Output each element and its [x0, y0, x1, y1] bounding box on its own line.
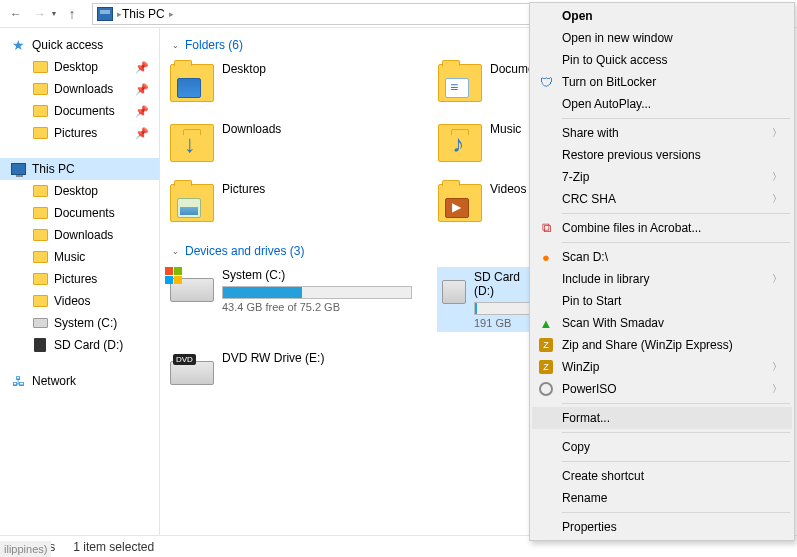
sidebar-qa-pictures[interactable]: Pictures📌 [0, 122, 159, 144]
sidebar-label: Documents [54, 104, 115, 118]
ctx-include-library[interactable]: Include in library〉 [532, 268, 792, 290]
drive-free-text: 191 GB [474, 317, 534, 329]
item-label: Pictures [222, 182, 265, 196]
drive-large-icon [442, 280, 466, 304]
folder-large-icon [438, 184, 482, 222]
item-label: SD Card (D:) [474, 270, 534, 298]
folder-icon [33, 185, 48, 197]
ctx-label: CRC SHA [562, 192, 616, 206]
folder-item-downloads[interactable]: Downloads [170, 122, 420, 162]
sidebar-qa-desktop[interactable]: Desktop📌 [0, 56, 159, 78]
ctx-open[interactable]: Open [532, 5, 792, 27]
forward-button[interactable]: → [28, 2, 52, 26]
ctx-label: Copy [562, 440, 590, 454]
ctx-copy[interactable]: Copy [532, 436, 792, 458]
poweriso-icon [538, 382, 554, 396]
ctx-winzip[interactable]: ZWinZip〉 [532, 356, 792, 378]
pin-icon: 📌 [135, 83, 149, 96]
breadcrumb-chevron-icon[interactable]: ▸ [169, 9, 174, 19]
winzip-icon: Z [538, 338, 554, 352]
context-menu: Open Open in new window Pin to Quick acc… [529, 2, 795, 541]
sidebar-network[interactable]: 🖧 Network [0, 370, 159, 392]
sidebar-pc-desktop[interactable]: Desktop [0, 180, 159, 202]
ctx-pin-quick-access[interactable]: Pin to Quick access [532, 49, 792, 71]
sidebar-label: Quick access [32, 38, 103, 52]
submenu-arrow-icon: 〉 [772, 126, 782, 140]
network-icon: 🖧 [10, 374, 26, 388]
separator [562, 512, 790, 513]
folder-item-desktop[interactable]: Desktop [170, 62, 420, 102]
ctx-create-shortcut[interactable]: Create shortcut [532, 465, 792, 487]
separator [562, 432, 790, 433]
ctx-poweriso[interactable]: PowerISO〉 [532, 378, 792, 400]
ctx-label: Scan With Smadav [562, 316, 664, 330]
ctx-restore-versions[interactable]: Restore previous versions [532, 144, 792, 166]
sidebar-pc-videos[interactable]: Videos [0, 290, 159, 312]
breadcrumb-location[interactable]: This PC [122, 7, 165, 21]
pin-icon: 📌 [135, 127, 149, 140]
drive-item-sd-d[interactable]: SD Card (D:) 191 GB [438, 268, 538, 331]
sidebar-label: Documents [54, 206, 115, 220]
folder-icon [33, 295, 48, 307]
folder-large-icon [438, 124, 482, 162]
sidebar-qa-downloads[interactable]: Downloads📌 [0, 78, 159, 100]
sidebar-label: Network [32, 374, 76, 388]
ctx-label: Include in library [562, 272, 649, 286]
folder-large-icon [438, 64, 482, 102]
ctx-winzip-share[interactable]: ZZip and Share (WinZip Express) [532, 334, 792, 356]
ctx-properties[interactable]: Properties [532, 516, 792, 538]
status-selected-count: 1 item selected [73, 540, 154, 554]
drive-item-system-c[interactable]: System (C:) 43.4 GB free of 75.2 GB [170, 268, 420, 331]
ctx-bitlocker[interactable]: 🛡Turn on BitLocker [532, 71, 792, 93]
capacity-bar [222, 286, 412, 299]
separator [562, 461, 790, 462]
sidebar-pc-sd-d[interactable]: SD Card (D:) [0, 334, 159, 356]
sidebar-pc-music[interactable]: Music [0, 246, 159, 268]
folder-icon [33, 273, 48, 285]
ctx-label: Properties [562, 520, 617, 534]
sidebar-pc-system-c[interactable]: System (C:) [0, 312, 159, 334]
ctx-smadav[interactable]: ▲Scan With Smadav [532, 312, 792, 334]
sidebar-label: System (C:) [54, 316, 117, 330]
ctx-scan-d[interactable]: ●Scan D:\ [532, 246, 792, 268]
sidebar-qa-documents[interactable]: Documents📌 [0, 100, 159, 122]
navigation-pane: ★ Quick access Desktop📌 Downloads📌 Docum… [0, 28, 160, 535]
sidebar-this-pc[interactable]: This PC [0, 158, 159, 180]
ctx-open-new-window[interactable]: Open in new window [532, 27, 792, 49]
submenu-arrow-icon: 〉 [772, 360, 782, 374]
folder-item-pictures[interactable]: Pictures [170, 182, 420, 222]
item-label: Music [490, 122, 521, 136]
ctx-7zip[interactable]: 7-Zip〉 [532, 166, 792, 188]
ctx-crc-sha[interactable]: CRC SHA〉 [532, 188, 792, 210]
capacity-bar [474, 302, 534, 315]
sidebar-label: Downloads [54, 228, 113, 242]
group-header-label: Devices and drives (3) [185, 244, 304, 258]
back-button[interactable]: ← [4, 2, 28, 26]
ctx-label: Share with [562, 126, 619, 140]
sidebar-pc-documents[interactable]: Documents [0, 202, 159, 224]
ctx-pin-start[interactable]: Pin to Start [532, 290, 792, 312]
ctx-autoplay[interactable]: Open AutoPlay... [532, 93, 792, 115]
ctx-format[interactable]: Format... [532, 407, 792, 429]
ctx-rename[interactable]: Rename [532, 487, 792, 509]
collapse-icon[interactable]: ⌄ [172, 41, 179, 50]
sidebar-quick-access[interactable]: ★ Quick access [0, 34, 159, 56]
sidebar-label: Music [54, 250, 85, 264]
ctx-share-with[interactable]: Share with〉 [532, 122, 792, 144]
acrobat-icon: ⧉ [538, 220, 554, 236]
up-button[interactable]: ↑ [60, 2, 84, 26]
sidebar-label: Desktop [54, 184, 98, 198]
folder-large-icon [170, 64, 214, 102]
winzip-icon: Z [538, 360, 554, 374]
ctx-label: Open [562, 9, 593, 23]
ctx-label: Pin to Start [562, 294, 621, 308]
sidebar-label: Pictures [54, 126, 97, 140]
sidebar-pc-pictures[interactable]: Pictures [0, 268, 159, 290]
ctx-label: Zip and Share (WinZip Express) [562, 338, 733, 352]
collapse-icon[interactable]: ⌄ [172, 247, 179, 256]
history-dropdown[interactable]: ▾ [52, 9, 56, 18]
ctx-label: WinZip [562, 360, 599, 374]
ctx-label: Format... [562, 411, 610, 425]
sidebar-pc-downloads[interactable]: Downloads [0, 224, 159, 246]
ctx-acrobat-combine[interactable]: ⧉Combine files in Acrobat... [532, 217, 792, 239]
